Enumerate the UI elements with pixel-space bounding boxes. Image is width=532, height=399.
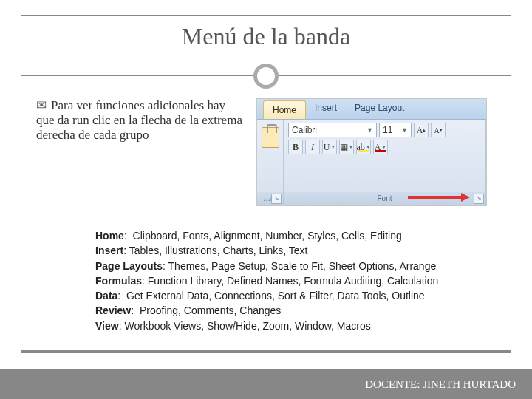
ribbon-groups: …rd ↘ Calibri ▼: [257, 120, 486, 205]
footer-text: DOCENTE: JINETH HURTADO: [365, 378, 516, 391]
content-frame: Menú de la banda ✉Para ver funciones adi…: [21, 15, 511, 353]
slide-title: Menú de la banda: [21, 16, 511, 50]
entry-text: Proofing, Comments, Changes: [140, 304, 281, 316]
slide: Menú de la banda ✉Para ver funciones adi…: [0, 0, 532, 399]
list-item: Home: Clipboard, Fonts, Alignment, Numbe…: [95, 228, 481, 243]
font-color-button[interactable]: A▼: [373, 140, 388, 154]
grow-arrow-icon: ▴: [423, 127, 426, 133]
italic-button[interactable]: I: [305, 140, 320, 154]
group-font-label-text: Font: [377, 194, 392, 202]
tab-insert[interactable]: Insert: [306, 99, 346, 119]
entry-label: Insert: [95, 245, 123, 256]
entry-text: Get External Data, Connections, Sort & F…: [126, 290, 425, 301]
underline-button[interactable]: U▼: [322, 140, 337, 154]
group-clipboard-label: …rd ↘: [257, 192, 283, 205]
entry-label: View: [95, 320, 119, 332]
entry-label: Review: [95, 304, 131, 316]
title-divider: [21, 64, 511, 89]
paste-icon[interactable]: [262, 127, 279, 148]
chevron-down-icon: ▼: [366, 144, 371, 150]
bullet-icon: ✉: [36, 98, 47, 112]
footer-bar: DOCENTE: JINETH HURTADO: [0, 369, 532, 399]
chevron-down-icon: ▼: [381, 144, 386, 150]
shrink-font-button[interactable]: A▾: [431, 123, 446, 137]
font-launcher-icon[interactable]: ↘: [474, 194, 484, 204]
underline-label: U: [324, 142, 330, 153]
chevron-down-icon: ▼: [349, 144, 354, 150]
clipboard-launcher-icon[interactable]: ↘: [271, 194, 282, 204]
list-item: Insert: Tables, Illustrations, Charts, L…: [95, 243, 481, 258]
font-size-value: 11: [383, 125, 392, 135]
entry-text: Function Library, Defined Names, Formula…: [148, 275, 438, 287]
entry-label: Formulas: [95, 275, 142, 287]
fill-color-button[interactable]: ab▼: [356, 140, 371, 154]
fill-label: ab: [356, 142, 364, 153]
chevron-down-icon: ▼: [401, 126, 408, 134]
entry-label: Home: [95, 230, 124, 242]
group-clipboard: …rd ↘: [257, 120, 284, 205]
grow-font-button[interactable]: A▴: [414, 123, 429, 137]
font-name-combo[interactable]: Calibri ▼: [288, 123, 377, 137]
body-row: ✉Para ver funciones adicionales hay que …: [36, 98, 500, 206]
shrink-arrow-icon: ▾: [440, 127, 443, 133]
entry-text: Themes, Page Setup, Scale to Fit, Sheet …: [168, 260, 437, 272]
entry-text: Tables, Illustrations, Charts, Links, Te…: [129, 245, 308, 256]
ribbon: Home Insert Page Layout …rd ↘: [256, 98, 487, 206]
tab-edge: [257, 99, 263, 119]
tab-page-layout[interactable]: Page Layout: [346, 99, 413, 119]
intro-text: Para ver funciones adicionales hay que d…: [36, 98, 242, 142]
ribbon-tabs: Home Insert Page Layout: [257, 99, 486, 120]
font-size-combo[interactable]: 11 ▼: [379, 123, 412, 137]
entry-label: Data: [95, 290, 117, 301]
entry-label: Page Layouts: [95, 260, 163, 272]
shrink-font-label: A: [434, 126, 439, 134]
entry-text: Workbook Views, Show/Hide, Zoom, Window,…: [124, 320, 370, 332]
intro-paragraph: ✉Para ver funciones adicionales hay que …: [36, 98, 246, 206]
list-item: Page Layouts: Themes, Page Setup, Scale …: [95, 259, 481, 273]
divider-ring-icon: [253, 64, 279, 89]
list-item: Data: Get External Data, Connections, So…: [95, 288, 481, 303]
tab-home[interactable]: Home: [263, 100, 306, 119]
group-font: Calibri ▼ 11 ▼ A▴ A▾: [284, 120, 486, 205]
red-arrow-icon: [408, 194, 470, 201]
chevron-down-icon: ▼: [330, 144, 335, 150]
font-color-label: A: [375, 142, 381, 153]
entry-text: Clipboard, Fonts, Alignment, Number, Sty…: [133, 230, 402, 242]
border-button[interactable]: ▦▼: [339, 140, 354, 154]
list-item: View: Workbook Views, Show/Hide, Zoom, W…: [95, 318, 481, 333]
bold-button[interactable]: B: [288, 140, 303, 154]
ribbon-screenshot: Home Insert Page Layout …rd ↘: [256, 98, 500, 206]
list-item: Formulas: Function Library, Defined Name…: [95, 273, 481, 288]
tab-descriptions: Home: Clipboard, Fonts, Alignment, Numbe…: [95, 228, 481, 333]
font-name-value: Calibri: [292, 125, 317, 135]
chevron-down-icon: ▼: [366, 126, 373, 134]
list-item: Review: Proofing, Comments, Changes: [95, 303, 481, 318]
grow-font-label: A: [417, 125, 423, 136]
